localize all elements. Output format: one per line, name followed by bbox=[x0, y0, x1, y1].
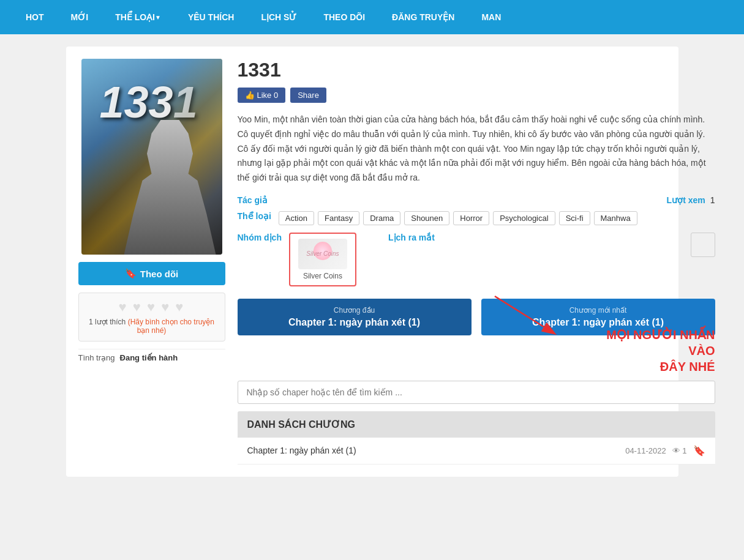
manga-description: Yoo Min, một nhân viên toàn thời gian củ… bbox=[238, 113, 715, 185]
tinh-trang-value: Đang tiến hành bbox=[120, 353, 178, 362]
chapter-list: DANH SÁCH CHƯƠNG Chapter 1: ngày phán xé… bbox=[238, 411, 715, 465]
manga-cover: 1331 bbox=[81, 59, 222, 255]
tac-gia-label: Tác giả bbox=[238, 195, 268, 205]
tag-sci-fi[interactable]: Sci-fi bbox=[559, 211, 590, 225]
left-panel: 1331 🔖 Theo dõi ♥ ♥ ♥ ♥ ♥ 1 lượt thích (… bbox=[78, 59, 225, 465]
tag-fantasy[interactable]: Fantasy bbox=[318, 211, 359, 225]
navigation: HOTMỚITHỂ LOẠIYÊU THÍCHLỊCH SỬTHEO DÕIĐĂ… bbox=[0, 0, 744, 34]
tinh-trang-label: Tình trạng bbox=[78, 353, 115, 362]
manga-title: 1331 bbox=[238, 59, 715, 81]
chapter-search-input[interactable] bbox=[238, 381, 715, 404]
nhom-dich-label: Nhóm dịch bbox=[238, 233, 282, 242]
luot-xem-row: Tác giả Lượt xem 1 bbox=[238, 195, 715, 205]
lich-ra-mat-label: Lịch ra mắt bbox=[388, 233, 435, 242]
tag-list: ActionFantasyDramaShounenHorrorPsycholog… bbox=[279, 211, 637, 225]
thumbs-up-icon: 👍 bbox=[245, 91, 255, 100]
luot-xem-value: 1 bbox=[710, 195, 715, 205]
like-label: Like 0 bbox=[257, 91, 279, 100]
facebook-share-button[interactable]: Share bbox=[290, 88, 326, 103]
nav-item-đăng-truyện[interactable]: ĐĂNG TRUYỆN bbox=[378, 0, 468, 34]
chapter-meta: 04-11-2022 👁 1 🔖 bbox=[625, 445, 705, 457]
tag-horror[interactable]: Horror bbox=[453, 211, 489, 225]
lich-ra-mat-box bbox=[691, 233, 715, 257]
chapter-list-items: Chapter 1: ngày phán xét (1) 04-11-2022 … bbox=[238, 438, 715, 465]
facebook-like-button[interactable]: 👍 Like 0 bbox=[238, 88, 286, 103]
star-rating[interactable]: ♥ ♥ ♥ ♥ ♥ bbox=[85, 299, 219, 315]
nav-item-man[interactable]: MAN bbox=[468, 0, 514, 34]
the-loai-row: Thể loại ActionFantasyDramaShounenHorror… bbox=[238, 211, 715, 225]
tag-shounen[interactable]: Shounen bbox=[404, 211, 449, 225]
nav-item-yêu-thích[interactable]: YÊU THÍCH bbox=[175, 0, 247, 34]
nav-item-thể-loại[interactable]: THỂ LOẠI bbox=[102, 0, 175, 34]
social-buttons: 👍 Like 0 Share bbox=[238, 88, 715, 103]
eye-icon: 👁 1 bbox=[672, 446, 687, 455]
tag-action[interactable]: Action bbox=[279, 211, 314, 225]
silver-coins-group[interactable]: Silver Coins Silver Coins bbox=[289, 233, 356, 286]
tag-drama[interactable]: Drama bbox=[363, 211, 400, 225]
nav-item-lịch-sử[interactable]: LỊCH SỬ bbox=[247, 0, 310, 34]
nav-item-mới[interactable]: MỚI bbox=[58, 0, 102, 34]
red-arrow-svg bbox=[483, 290, 605, 339]
table-row: Chapter 1: ngày phán xét (1) 04-11-2022 … bbox=[238, 438, 715, 465]
share-label: Share bbox=[298, 91, 319, 100]
nav-item-hot[interactable]: HOT bbox=[12, 0, 58, 34]
silver-coins-logo: Silver Coins bbox=[298, 239, 347, 269]
tinh-trang-row: Tình trạng Đang tiến hành bbox=[78, 349, 225, 366]
chapter-link[interactable]: Chapter 1: ngày phán xét (1) bbox=[247, 446, 356, 455]
rating-section: ♥ ♥ ♥ ♥ ♥ 1 lượt thích (Hãy bình chọn ch… bbox=[78, 293, 225, 342]
cover-number: 1331 bbox=[100, 77, 198, 127]
theo-doi-label: Theo dõi bbox=[140, 269, 179, 279]
main-content: 1331 🔖 Theo dõi ♥ ♥ ♥ ♥ ♥ 1 lượt thích (… bbox=[66, 47, 678, 477]
the-loai-label: Thể loại bbox=[238, 211, 271, 221]
nhom-dich-row: Nhóm dịch Silver Coins Silver Coins Lịch… bbox=[238, 233, 715, 286]
right-panel: 1331 👍 Like 0 Share Yoo Min, một nhân vi… bbox=[238, 59, 715, 465]
silver-coins-logo-text: Silver Coins bbox=[306, 250, 339, 257]
svg-line-1 bbox=[495, 296, 544, 327]
luot-xem-label: Lượt xem bbox=[667, 195, 705, 205]
bookmark-icon[interactable]: 🔖 bbox=[693, 445, 705, 457]
chapter-list-header: DANH SÁCH CHƯƠNG bbox=[238, 411, 715, 438]
annotation-container: MỌI NGƯỜI NHẤN VÀO ĐÂY NHÉ bbox=[238, 327, 715, 375]
chapter-dau-label: Chương đầu bbox=[247, 306, 462, 315]
bookmark-icon: 🔖 bbox=[125, 268, 137, 279]
theo-doi-button[interactable]: 🔖 Theo dõi bbox=[78, 262, 225, 285]
chapter-date: 04-11-2022 bbox=[625, 446, 666, 455]
luot-thich-text: 1 lượt thích (Hãy bình chọn cho truyện b… bbox=[85, 318, 219, 335]
nav-item-theo-dõi[interactable]: THEO DÕI bbox=[310, 0, 378, 34]
binh-chon-link[interactable]: (Hãy bình chọn cho truyện bạn nhé) bbox=[128, 318, 214, 335]
tag-manhwa[interactable]: Manhwa bbox=[594, 211, 637, 225]
chapter-buttons-section: Chương đầu Chapter 1: ngày phán xét (1) … bbox=[238, 299, 715, 375]
tag-psychological[interactable]: Psychological bbox=[493, 211, 555, 225]
silver-coins-name: Silver Coins bbox=[303, 272, 342, 280]
